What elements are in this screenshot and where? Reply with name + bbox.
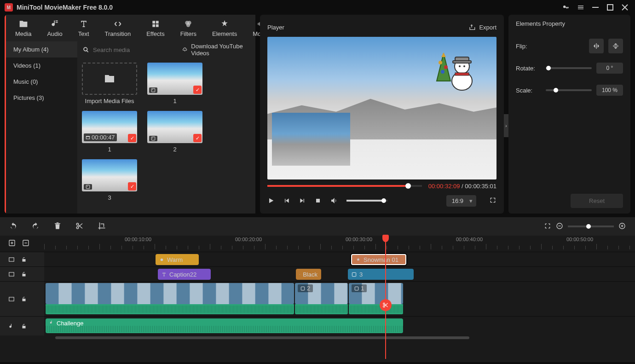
rotate-value[interactable]: 0 °: [596, 63, 623, 74]
split-button[interactable]: [75, 222, 84, 231]
split-indicator[interactable]: [380, 299, 392, 311]
tab-effects[interactable]: Effects: [144, 17, 167, 39]
sidebar-item-pictures[interactable]: Pictures (3): [6, 90, 77, 106]
add-track-icon[interactable]: [8, 239, 16, 247]
svg-rect-38: [622, 225, 622, 227]
svg-point-11: [257, 23, 260, 25]
svg-point-19: [87, 186, 88, 187]
horizontal-scrollbar[interactable]: [0, 335, 635, 340]
clip-caption[interactable]: Caption22: [158, 269, 211, 280]
media-item[interactable]: ✓ 3: [82, 159, 137, 201]
zoom-slider[interactable]: [568, 225, 614, 227]
media-item[interactable]: 00:00:47✓ 1: [82, 111, 137, 153]
tab-text[interactable]: Text: [75, 17, 92, 39]
clip-warm[interactable]: Warm: [156, 254, 199, 265]
aspect-ratio-select[interactable]: 16:9: [446, 195, 476, 207]
unlock-icon[interactable]: [21, 272, 27, 277]
next-button[interactable]: [299, 197, 306, 204]
media-item[interactable]: ✓ 1: [147, 63, 202, 104]
seek-bar[interactable]: [267, 185, 422, 187]
unlock-icon[interactable]: [21, 296, 27, 302]
redo-button[interactable]: [31, 222, 40, 231]
check-icon: ✓: [193, 86, 202, 94]
clip-video-main[interactable]: [46, 283, 294, 304]
svg-rect-1: [607, 5, 613, 10]
clip-pic3[interactable]: 3: [348, 269, 414, 280]
fullscreen-button[interactable]: [489, 196, 496, 205]
collapse-button[interactable]: ›: [504, 114, 508, 137]
svg-rect-12: [151, 88, 155, 92]
clip-challenge[interactable]: Challenge: [46, 318, 403, 333]
svg-rect-46: [9, 297, 14, 300]
flip-vertical-button[interactable]: [608, 39, 623, 53]
svg-rect-41: [9, 257, 14, 261]
menu-icon[interactable]: [575, 2, 586, 13]
stop-button[interactable]: [314, 197, 322, 204]
tab-media[interactable]: Media: [12, 17, 34, 39]
app-title: MiniTool MovieMaker Free 8.0.0: [17, 4, 113, 11]
media-item[interactable]: ✓ 2: [147, 111, 202, 153]
svg-rect-3: [156, 21, 159, 23]
download-youtube-button[interactable]: Download YouTube Videos: [176, 41, 255, 58]
main-tabs: Media Audio Text Transition Effects Filt…: [6, 15, 255, 41]
clip-video-main-audio[interactable]: [46, 304, 294, 314]
app-logo: M: [5, 3, 13, 12]
clip-black[interactable]: Black: [296, 269, 321, 280]
tracks-area: Warm Snowman 01 Caption22 Black 3 2 1: [0, 252, 635, 362]
clip-pic1[interactable]: 1: [349, 283, 403, 304]
remove-track-icon[interactable]: [22, 239, 29, 247]
import-media-button[interactable]: Import Media Files: [82, 63, 137, 104]
unlock-icon[interactable]: [21, 257, 27, 262]
zoom-out-button[interactable]: [556, 222, 563, 231]
tab-audio[interactable]: Audio: [44, 17, 65, 39]
svg-point-13: [152, 89, 153, 90]
image-icon: [352, 272, 357, 277]
tab-elements[interactable]: Elements: [209, 17, 240, 39]
play-button[interactable]: [267, 197, 275, 204]
svg-rect-45: [352, 272, 356, 276]
time-display: 00:00:32:09 / 00:00:35:01: [428, 183, 496, 190]
tab-filters[interactable]: Filters: [178, 17, 199, 39]
track-video: 2 1: [0, 281, 635, 316]
pip-overlay: [272, 113, 350, 166]
rotate-slider[interactable]: [546, 67, 592, 69]
fit-button[interactable]: [544, 222, 551, 231]
search-box[interactable]: [77, 46, 176, 53]
svg-point-21: [444, 65, 448, 69]
close-button[interactable]: [619, 2, 630, 13]
crop-button[interactable]: [98, 222, 106, 231]
sidebar-item-music[interactable]: Music (0): [6, 74, 77, 90]
check-icon: ✓: [128, 182, 136, 191]
tab-transition[interactable]: Transition: [102, 17, 134, 39]
scale-slider[interactable]: [546, 89, 592, 91]
key-icon[interactable]: [560, 2, 572, 13]
volume-slider[interactable]: [346, 200, 388, 202]
delete-button[interactable]: [53, 222, 62, 231]
export-icon: [468, 23, 475, 31]
timeline-ruler[interactable]: 00:00:10:00 00:00:20:00 00:00:30:00 00:0…: [0, 236, 635, 252]
clip-pic2[interactable]: 2: [295, 283, 348, 304]
effect-icon: [159, 257, 164, 262]
minimize-button[interactable]: [590, 2, 601, 13]
svg-rect-27: [453, 61, 471, 63]
check-icon: ✓: [128, 134, 136, 142]
export-button[interactable]: Export: [468, 23, 496, 31]
clip-snowman[interactable]: Snowman 01: [351, 254, 406, 265]
reset-button[interactable]: Reset: [571, 194, 623, 208]
unlock-icon[interactable]: [21, 324, 27, 329]
sidebar-item-videos[interactable]: Videos (1): [6, 58, 77, 74]
maximize-button[interactable]: [605, 2, 616, 13]
preview-area[interactable]: [267, 37, 496, 179]
scale-value[interactable]: 100 %: [596, 85, 623, 96]
playhead[interactable]: [385, 235, 386, 359]
flip-horizontal-button[interactable]: [589, 39, 604, 53]
undo-button[interactable]: [9, 222, 17, 231]
zoom-in-button[interactable]: [618, 222, 626, 231]
search-input[interactable]: [93, 46, 170, 53]
transition-icon: [300, 272, 300, 277]
volume-button[interactable]: [330, 196, 338, 205]
sidebar-item-myalbum[interactable]: My Album (4): [6, 41, 77, 58]
prev-button[interactable]: [283, 197, 290, 204]
svg-rect-16: [151, 137, 155, 140]
svg-rect-47: [301, 287, 305, 290]
